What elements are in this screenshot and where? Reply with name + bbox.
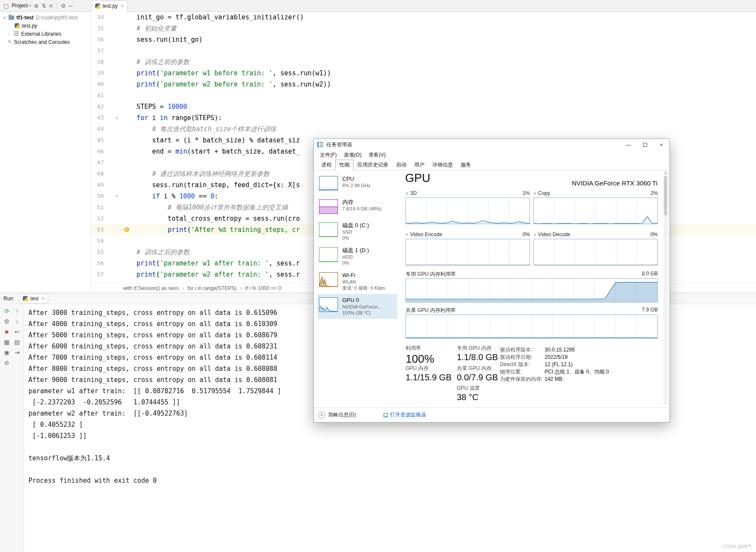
breadcrumb-item[interactable]: with tf.Session() as sess — [123, 285, 179, 291]
line-number: 38 — [91, 56, 121, 68]
sidebar-item-gpu0[interactable]: GPU 0NVIDIA GeForce...100% (38 °C) — [317, 294, 397, 319]
taskmgr-tab-0[interactable]: 进程 — [317, 160, 335, 170]
sidebar-item-memory[interactable]: 内存7.6/15.9 GB (48%) — [317, 196, 397, 219]
line-number: 42 — [91, 101, 121, 112]
sidebar-thumb-chart — [319, 222, 338, 237]
code-line[interactable]: 38 # 训练之前的参数 — [91, 56, 756, 68]
chevron-down-icon[interactable]: ∨ — [3, 15, 6, 20]
engine-chart-header: ∨Copy2% — [533, 190, 658, 197]
menu-item[interactable]: 文件(F) — [316, 151, 340, 159]
tab-close-icon[interactable]: × — [121, 3, 124, 9]
chevron-down-icon[interactable]: ∨ — [406, 191, 409, 195]
scratches-icon: ✎ — [8, 39, 12, 45]
code-text — [121, 45, 756, 56]
python-file-icon — [23, 296, 28, 301]
rerun-icon[interactable]: ⟳ — [2, 308, 12, 314]
sidebar-item-disk0[interactable]: 磁盘 0 (C:)SSD0% — [317, 219, 397, 244]
pin-icon[interactable]: ◉ — [2, 349, 12, 355]
open-resource-monitor-link[interactable]: 打开资源监视器 — [384, 411, 426, 419]
locate-file-icon[interactable]: ⊕ — [34, 3, 39, 9]
sidebar-item-text: GPU 0NVIDIA GeForce...100% (38 °C) — [342, 297, 381, 316]
project-selector-label: Project — [12, 3, 28, 9]
taskmgr-titlebar[interactable]: 任务管理器 — × — [314, 139, 669, 150]
console-line: tensorflow版本为1.15.4 — [28, 453, 756, 464]
intention-bulb-icon[interactable] — [124, 227, 129, 232]
taskmgr-tab-6[interactable]: 服务 — [457, 160, 475, 170]
sidebar-item-name: 内存 — [342, 199, 381, 206]
taskmgr-tab-3[interactable]: 启动 — [392, 160, 410, 170]
move-down-icon[interactable]: ↓ — [12, 318, 22, 324]
sidebar-item-text: 内存7.6/15.9 GB (48%) — [342, 199, 381, 216]
window-icon: ▢ — [3, 3, 9, 9]
scroll-up-icon[interactable]: ▲ — [663, 171, 668, 174]
tab-close-icon[interactable]: × — [42, 296, 45, 302]
tree-item-external-libraries[interactable]: › External Libraries — [0, 30, 90, 38]
code-line[interactable]: 44 # 每次迭代取batch_size个样本进行训练 — [91, 123, 756, 135]
code-line[interactable]: 41 — [91, 90, 756, 101]
sidebar-item-cpu[interactable]: CPU6% 2.99 GHz — [317, 173, 397, 196]
chevron-down-icon[interactable]: ∨ — [406, 232, 409, 237]
code-line[interactable]: 40 print('parameter w2 before train: ', … — [91, 79, 756, 90]
run-tab-label: test — [30, 296, 38, 302]
project-root-row[interactable]: ∨ tf1-test D:\code\py\tf1-test — [0, 13, 90, 22]
restore-layout-icon[interactable]: ▦ — [2, 339, 12, 345]
taskmgr-tab-2[interactable]: 应用历史记录 — [353, 160, 392, 170]
settings-gear-icon[interactable]: ⚙ — [61, 3, 66, 9]
code-line[interactable]: 34 init_go = tf.global_variables_initial… — [91, 12, 756, 23]
menu-item[interactable]: 查看(V) — [365, 151, 389, 159]
expand-all-icon[interactable]: ⇅ — [42, 3, 46, 9]
code-line[interactable]: 42 STEPS = 10000 — [91, 101, 756, 112]
tree-item-testpy[interactable]: test.py — [0, 22, 90, 30]
taskmgr-tab-4[interactable]: 用户 — [410, 160, 428, 170]
fold-marker[interactable]: ∨ — [116, 112, 118, 123]
chevron-right-icon[interactable]: › — [8, 32, 12, 36]
code-line[interactable]: 36 sess.run(init_go) — [91, 34, 756, 45]
line-number: 40 — [91, 79, 121, 90]
print-icon[interactable]: ▤ — [12, 339, 22, 345]
collapse-all-icon[interactable]: ≡ — [49, 3, 53, 9]
sidebar-item-sub: NVIDIA GeForce... — [342, 304, 381, 310]
maximize-button[interactable] — [637, 139, 653, 150]
code-text: # 每次迭代取batch_size个样本进行训练 — [121, 123, 756, 135]
toggle-summary-view[interactable]: ∧ 简略信息(D) — [318, 411, 356, 419]
line-number: 52 — [91, 213, 121, 224]
stop-icon[interactable]: ■ — [2, 329, 12, 335]
minimize-button[interactable]: — — [620, 139, 637, 150]
soft-wrap-icon[interactable]: ↩ — [12, 329, 22, 335]
memory-chart-value: 7.9 GB — [642, 307, 658, 314]
tree-item-scratches[interactable]: ✎ Scratches and Consoles — [0, 38, 90, 46]
gpu-stat-label: GPU 内存 — [406, 365, 455, 372]
hide-panel-icon[interactable]: ─ — [69, 3, 73, 9]
breadcrumb-item[interactable]: if i % 1000 == 0 — [245, 285, 281, 291]
project-selector[interactable]: Project ▾ — [12, 3, 31, 9]
code-line[interactable]: 37 — [91, 45, 756, 56]
line-number: 36 — [91, 34, 121, 45]
breadcrumb-item[interactable]: for i in range(STEPS) — [187, 285, 236, 291]
close-button[interactable]: × — [653, 139, 669, 150]
fold-marker[interactable]: ∨ — [116, 191, 118, 202]
memory-chart-value: 8.0 GB — [642, 271, 658, 278]
taskmgr-tab-5[interactable]: 详细信息 — [428, 160, 457, 170]
taskmgr-tab-1[interactable]: 性能 — [335, 160, 353, 170]
build-settings-icon[interactable]: ⚙ — [2, 318, 12, 324]
editor-tab-testpy[interactable]: test.py × — [91, 0, 127, 12]
chevron-down-icon[interactable]: ∨ — [533, 232, 536, 237]
line-number: 47 — [91, 157, 121, 168]
engine-chart-label: Copy — [538, 190, 550, 196]
sidebar-item-wifi[interactable]: Wi-FiWLAN发送: 0 接收: 0 Kbps — [317, 269, 397, 294]
clear-all-icon[interactable]: ⊘ — [2, 360, 12, 366]
sidebar-item-disk1[interactable]: 磁盘 1 (D:)HDD0% — [317, 244, 397, 269]
scrollbar-thumb[interactable] — [664, 176, 667, 215]
code-line[interactable]: 43∨ for i in range(STEPS): — [91, 112, 756, 123]
gpu-stat: 专用 GPU 内存1.1/8.0 GB — [457, 345, 507, 362]
chevron-down-icon[interactable]: ∨ — [533, 191, 536, 195]
gpu-stat-value: 1.1/8.0 GB — [457, 352, 507, 362]
code-line[interactable]: 39 print('parameter w1 before train: ', … — [91, 68, 756, 79]
console-line — [28, 464, 756, 475]
menu-item[interactable]: 选项(O) — [340, 151, 365, 159]
code-line[interactable]: 35 # 初始化变量 — [91, 23, 756, 34]
run-tab-test[interactable]: test × — [19, 294, 48, 303]
scrollbar[interactable]: ▲ — [663, 171, 668, 405]
move-up-icon[interactable]: ↑ — [12, 308, 22, 314]
scroll-to-end-icon[interactable]: ⇥ — [12, 349, 22, 355]
